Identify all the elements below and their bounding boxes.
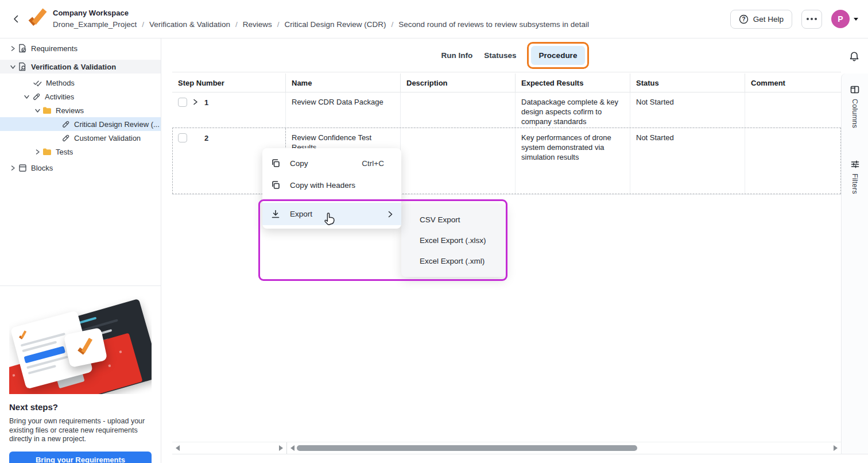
status-cell[interactable]: Not Started (630, 92, 745, 128)
pinned-columns-scrollbar[interactable] (172, 442, 287, 454)
submenu-item-csv-export[interactable]: CSV Export (401, 209, 506, 230)
step-number-cell: 1 (204, 98, 208, 107)
document-check-icon (17, 44, 28, 53)
name-cell[interactable]: Review CDR Data Package (285, 92, 400, 128)
procedure-highlight-annotation: Procedure (527, 42, 590, 69)
sidebar: Requirements Verification & Validation M… (0, 38, 161, 463)
document-search-icon (17, 62, 28, 71)
chevron-right-icon[interactable] (8, 46, 17, 51)
caret-down-icon[interactable] (853, 17, 859, 21)
column-header-comment[interactable]: Comment (745, 74, 841, 92)
sidebar-item-label: Blocks (31, 164, 53, 172)
copy-icon (271, 159, 281, 168)
bring-requirements-button[interactable]: Bring your Requirements (9, 452, 152, 463)
row-checkbox[interactable] (178, 98, 187, 107)
next-steps-title: Next steps? (9, 402, 152, 412)
chevron-down-icon[interactable] (33, 108, 42, 113)
comment-cell[interactable] (745, 128, 841, 194)
scrollbar-thumb[interactable] (297, 445, 637, 451)
main-scrollbar[interactable] (287, 442, 841, 454)
horizontal-scrollbars (172, 442, 841, 454)
column-header-description[interactable]: Description (400, 74, 515, 92)
submenu-item-excel-xlsx[interactable]: Excel Export (.xlsx) (401, 230, 506, 250)
sidebar-item-label: Critical Design Review (... (74, 120, 160, 129)
scroll-left-arrow[interactable] (290, 445, 294, 451)
menu-shortcut: Ctrl+C (362, 159, 384, 168)
scroll-right-arrow[interactable] (834, 445, 838, 451)
sidebar-item-critical-design-review[interactable]: Critical Design Review (... (0, 117, 161, 131)
description-cell[interactable] (400, 92, 515, 128)
test-tube-icon (60, 134, 71, 142)
tab-run-info[interactable]: Run Info (440, 45, 474, 65)
submenu-item-excel-xml[interactable]: Excel Export (.xml) (401, 250, 506, 271)
next-steps-body: Bring your own requirements - upload you… (9, 417, 152, 444)
column-header-status[interactable]: Status (630, 74, 745, 92)
sidebar-item-methods[interactable]: Methods (0, 76, 161, 90)
column-header-step-number[interactable]: Step Number (172, 74, 285, 92)
scroll-right-arrow[interactable] (279, 445, 283, 451)
chevron-right-icon[interactable] (8, 165, 17, 171)
tab-procedure[interactable]: Procedure (531, 46, 586, 65)
ellipsis-icon (807, 18, 809, 20)
promo-illustration (9, 296, 152, 394)
breadcrumb-item[interactable]: Verification & Validation (149, 20, 230, 29)
get-help-button[interactable]: ? Get Help (730, 10, 792, 29)
test-tube-icon (60, 120, 71, 129)
sidebar-item-label: Methods (46, 79, 75, 87)
sidebar-item-blocks[interactable]: Blocks (0, 161, 161, 175)
notifications-bell-icon[interactable] (849, 51, 859, 62)
sidebar-item-verification-validation[interactable]: Verification & Validation (0, 60, 161, 74)
chevron-down-icon[interactable] (8, 64, 17, 70)
sidebar-item-label: Tests (56, 148, 73, 156)
expected-results-cell[interactable]: Datapackage complete & key design aspect… (515, 92, 630, 128)
columns-icon (850, 86, 859, 94)
sidebar-item-label: Reviews (56, 106, 84, 115)
block-icon (17, 164, 28, 172)
sidebar-item-reviews[interactable]: Reviews (0, 103, 161, 117)
scroll-left-arrow[interactable] (176, 445, 180, 451)
get-help-label: Get Help (753, 15, 784, 24)
svg-text:?: ? (742, 16, 745, 22)
breadcrumb-item[interactable]: Critical Design Review (CDR) (284, 20, 386, 29)
menu-item-copy-with-headers[interactable]: Copy with Headers (262, 174, 401, 196)
breadcrumb-item[interactable]: Second round of reviews to review subsys… (398, 20, 589, 29)
breadcrumb-item[interactable]: Drone_Example_Project (53, 20, 137, 29)
tab-statuses[interactable]: Statuses (483, 45, 517, 65)
expected-results-cell[interactable]: Key performances of drone system demonst… (515, 128, 630, 194)
column-header-name[interactable]: Name (285, 74, 400, 92)
rail-tab-filters[interactable]: Filters (842, 160, 868, 194)
more-options-button[interactable] (801, 10, 822, 29)
menu-item-export[interactable]: Export (262, 203, 401, 225)
next-steps-panel: Next steps? Bring your own requirements … (0, 285, 161, 463)
status-cell[interactable]: Not Started (630, 128, 745, 194)
bottom-divider (172, 454, 868, 454)
chevron-down-icon[interactable] (22, 94, 31, 99)
comment-cell[interactable] (745, 92, 841, 128)
export-submenu: CSV Export Excel Export (.xlsx) Excel Ex… (401, 204, 506, 277)
sidebar-item-customer-validation[interactable]: Customer Validation (0, 131, 161, 145)
step-number-cell: 2 (204, 133, 208, 143)
menu-item-copy[interactable]: Copy Ctrl+C (262, 152, 401, 174)
app-logo-check-icon (26, 7, 48, 30)
back-button[interactable] (8, 11, 24, 27)
row-expand-chevron-icon[interactable] (192, 98, 199, 105)
test-tube-icon (31, 92, 41, 101)
description-cell[interactable] (400, 128, 515, 194)
context-menu: Copy Ctrl+C Copy with Headers Export (262, 148, 401, 229)
avatar[interactable]: P (831, 10, 850, 28)
main-content: Run Info Statuses Procedure Step Number … (161, 38, 868, 463)
rail-tab-columns[interactable]: Columns (842, 86, 868, 128)
table-row[interactable]: 1 Review CDR Data Package Datapackage co… (172, 92, 841, 128)
column-header-expected-results[interactable]: Expected Results (515, 74, 630, 92)
sidebar-item-label: Activities (45, 92, 74, 101)
user-menu[interactable]: P (831, 10, 859, 28)
sidebar-item-tests[interactable]: Tests (0, 145, 161, 159)
sidebar-item-activities[interactable]: Activities (0, 90, 161, 103)
tabbar-divider (172, 72, 841, 72)
tab-bar: Run Info Statuses Procedure (161, 38, 868, 72)
sidebar-item-requirements[interactable]: Requirements (0, 41, 161, 55)
folder-icon (42, 148, 52, 156)
row-checkbox[interactable] (178, 133, 187, 142)
breadcrumb-item[interactable]: Reviews (243, 20, 272, 29)
chevron-right-icon[interactable] (33, 149, 42, 155)
